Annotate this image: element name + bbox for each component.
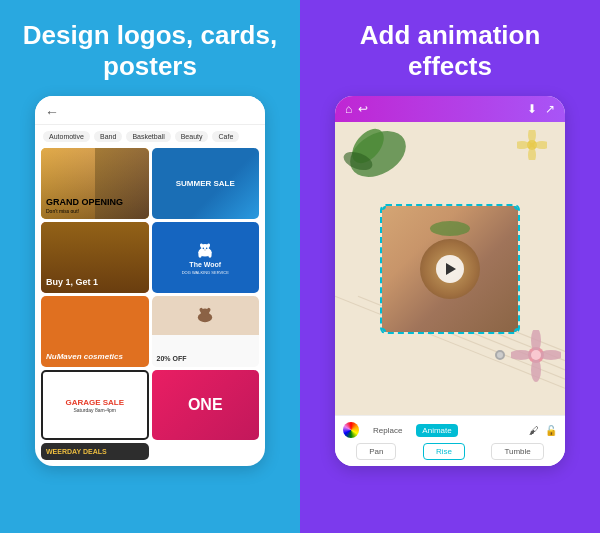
corner-handle-tr[interactable] bbox=[514, 204, 520, 210]
replace-button[interactable]: Replace bbox=[367, 424, 408, 437]
one-text: ONE bbox=[188, 396, 223, 414]
svg-point-21 bbox=[531, 350, 541, 360]
small-flower-decoration bbox=[517, 130, 547, 160]
weerday-text: WEERDAY DEALS bbox=[46, 448, 107, 455]
play-button[interactable] bbox=[436, 255, 464, 283]
svg-point-5 bbox=[209, 251, 212, 258]
tag-cafe[interactable]: Cafe bbox=[212, 131, 239, 142]
fern-decoration bbox=[343, 126, 413, 181]
animation-options-row: Pan Rise Tumble bbox=[343, 443, 557, 460]
svg-point-7 bbox=[206, 247, 208, 249]
undo-icon[interactable]: ↩ bbox=[358, 102, 368, 116]
grand-opening-text: GRAND OPENING bbox=[46, 198, 123, 208]
woof-text: The Woof bbox=[189, 261, 221, 268]
card-garage-sale[interactable]: GARAGE SALE Saturday 8am-4pm bbox=[41, 370, 149, 441]
animate-button[interactable]: Animate bbox=[416, 424, 457, 437]
pan-button[interactable]: Pan bbox=[356, 443, 396, 460]
right-panel: Add animation effects ⌂ ↩ ⬇ ↗ bbox=[300, 0, 600, 533]
right-headline: Add animation effects bbox=[315, 20, 585, 82]
summer-sale-text: SUMMER SALE bbox=[176, 179, 235, 189]
left-phone-mockup: ← Automotive Band Basketball Beauty Cafe… bbox=[35, 96, 265, 466]
right-top-right-icons: ⬇ ↗ bbox=[527, 102, 555, 116]
card-weerday-deals[interactable]: WEERDAY DEALS bbox=[41, 443, 149, 460]
card-the-woof[interactable]: The Woof DOG WALKING SERVICE bbox=[152, 222, 260, 293]
download-icon[interactable]: ⬇ bbox=[527, 102, 537, 116]
svg-point-4 bbox=[199, 251, 202, 258]
lock-icon[interactable]: 🔓 bbox=[545, 425, 557, 436]
20off-text: 20% OFF bbox=[157, 355, 187, 362]
canvas-area bbox=[335, 122, 565, 415]
right-phone-mockup: ⌂ ↩ ⬇ ↗ bbox=[335, 96, 565, 466]
tag-beauty[interactable]: Beauty bbox=[175, 131, 209, 142]
image-frame[interactable] bbox=[380, 204, 520, 334]
back-arrow-icon[interactable]: ← bbox=[45, 104, 59, 120]
garage-sale-sub: Saturday 8am-4pm bbox=[73, 407, 116, 413]
svg-point-8 bbox=[204, 249, 206, 250]
toolbar-row1: Replace Animate 🖌 🔓 bbox=[343, 422, 557, 438]
card-20off[interactable]: 20% OFF bbox=[152, 296, 260, 367]
card-grand-opening[interactable]: GRAND OPENING Don't miss out! bbox=[41, 148, 149, 219]
template-grid: GRAND OPENING Don't miss out! SUMMER SAL… bbox=[35, 148, 265, 466]
dog-image-bg bbox=[152, 296, 260, 335]
floral-decoration bbox=[511, 330, 561, 385]
numaven-text: NuMaven cosmetics bbox=[46, 352, 123, 362]
svg-point-6 bbox=[203, 247, 205, 249]
garage-sale-text: GARAGE SALE bbox=[65, 398, 124, 407]
paint-icon[interactable]: 🖌 bbox=[529, 425, 539, 436]
card-summer-sale[interactable]: SUMMER SALE bbox=[152, 148, 260, 219]
tag-band[interactable]: Band bbox=[94, 131, 122, 142]
dog-icon bbox=[194, 241, 216, 259]
tumble-button[interactable]: Tumble bbox=[491, 443, 543, 460]
share-icon[interactable]: ↗ bbox=[545, 102, 555, 116]
grand-opening-sub: Don't miss out! bbox=[46, 208, 79, 214]
card-one[interactable]: ONE bbox=[152, 370, 260, 441]
tag-basketball[interactable]: Basketball bbox=[126, 131, 170, 142]
rise-button[interactable]: Rise bbox=[423, 443, 465, 460]
dog-small-icon bbox=[193, 305, 217, 325]
right-phone-toolbar: ⌂ ↩ ⬇ ↗ bbox=[335, 96, 565, 122]
phone-top-bar: ← bbox=[35, 96, 265, 125]
left-headline: Design logos, cards, posters bbox=[15, 20, 285, 82]
right-top-left-icons: ⌂ ↩ bbox=[345, 102, 368, 116]
color-icon[interactable] bbox=[343, 422, 359, 438]
food-green-detail bbox=[430, 221, 470, 236]
home-icon[interactable]: ⌂ bbox=[345, 102, 352, 116]
left-panel: Design logos, cards, posters ← Automotiv… bbox=[0, 0, 300, 533]
woof-sub-text: DOG WALKING SERVICE bbox=[182, 270, 229, 275]
category-tags: Automotive Band Basketball Beauty Cafe bbox=[35, 125, 265, 148]
play-triangle-icon bbox=[446, 263, 456, 275]
svg-point-18 bbox=[531, 358, 541, 382]
card-numaven[interactable]: NuMaven cosmetics bbox=[41, 296, 149, 367]
buy1get1-text: Buy 1, Get 1 bbox=[46, 278, 98, 288]
tag-automotive[interactable]: Automotive bbox=[43, 131, 90, 142]
bottom-toolbar: Replace Animate 🖌 🔓 Pan Rise Tumble bbox=[335, 415, 565, 466]
card-buy1get1[interactable]: Buy 1, Get 1 bbox=[41, 222, 149, 293]
